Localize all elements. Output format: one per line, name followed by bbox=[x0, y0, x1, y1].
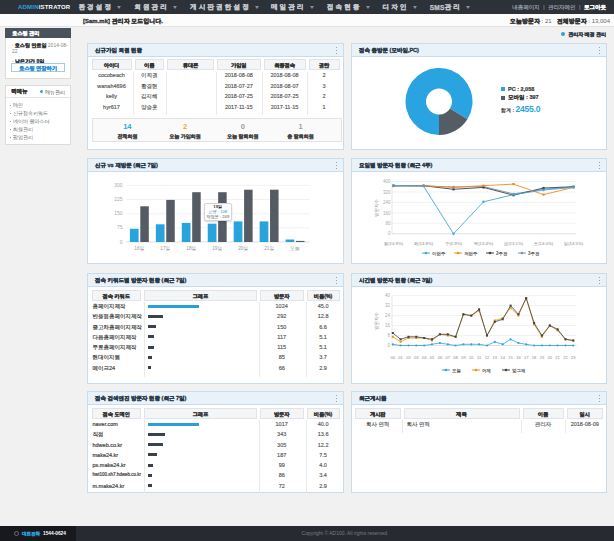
svg-text:17일: 17일 bbox=[160, 245, 170, 250]
svg-text:400: 400 bbox=[383, 179, 391, 184]
svg-text:240: 240 bbox=[383, 200, 391, 205]
svg-text:방문자수: 방문자수 bbox=[374, 198, 379, 217]
svg-text:어제: 어제 bbox=[482, 368, 491, 374]
svg-text:월(14.9%): 월(14.9%) bbox=[384, 240, 404, 245]
svg-text:일(14.5%): 일(14.5%) bbox=[564, 240, 584, 245]
svg-text:23: 23 bbox=[571, 355, 576, 360]
svg-text:금(13.1%): 금(13.1%) bbox=[504, 240, 524, 245]
svg-text:04: 04 bbox=[422, 355, 427, 360]
svg-text:07: 07 bbox=[446, 355, 451, 360]
svg-text:수(6.9%): 수(6.9%) bbox=[445, 240, 463, 245]
svg-text:저번주: 저번주 bbox=[464, 250, 478, 256]
svg-text:80: 80 bbox=[385, 220, 391, 225]
svg-text:목(13.4%): 목(13.4%) bbox=[474, 240, 494, 245]
svg-text:16: 16 bbox=[516, 355, 521, 360]
svg-text:18: 18 bbox=[532, 355, 537, 360]
svg-text:0: 0 bbox=[387, 343, 390, 348]
svg-text:09: 09 bbox=[461, 355, 466, 360]
svg-text:0: 0 bbox=[120, 238, 123, 244]
svg-text:150: 150 bbox=[114, 210, 123, 216]
svg-text:08: 08 bbox=[453, 355, 458, 360]
svg-text:16: 16 bbox=[385, 323, 391, 328]
svg-text:이번주: 이번주 bbox=[432, 250, 446, 256]
svg-text:21: 21 bbox=[555, 355, 560, 360]
svg-text:방문자수: 방문자수 bbox=[374, 312, 379, 331]
svg-text:03: 03 bbox=[414, 355, 419, 360]
svg-text:2주전: 2주전 bbox=[496, 250, 508, 256]
svg-text:75: 75 bbox=[117, 224, 123, 230]
svg-text:15: 15 bbox=[508, 355, 513, 360]
svg-text:0: 0 bbox=[388, 231, 391, 236]
svg-text:19: 19 bbox=[540, 355, 545, 360]
svg-text:14: 14 bbox=[500, 355, 505, 360]
svg-text:24: 24 bbox=[385, 313, 391, 318]
svg-text:19일: 19일 bbox=[212, 245, 222, 250]
svg-text:16일: 16일 bbox=[134, 245, 144, 250]
svg-text:18일: 18일 bbox=[186, 245, 196, 250]
svg-text:40: 40 bbox=[385, 293, 391, 298]
svg-text:22: 22 bbox=[563, 355, 568, 360]
svg-text:17: 17 bbox=[524, 355, 529, 360]
svg-text:05: 05 bbox=[430, 355, 435, 360]
svg-text:엊그제: 엊그제 bbox=[512, 368, 526, 374]
svg-text:00: 00 bbox=[391, 355, 396, 360]
svg-text:21일: 21일 bbox=[264, 245, 274, 250]
svg-text:화(14.8%): 화(14.8%) bbox=[414, 240, 434, 245]
svg-text:300: 300 bbox=[114, 182, 123, 188]
svg-text:오늘: 오늘 bbox=[290, 245, 300, 250]
svg-text:06: 06 bbox=[438, 355, 443, 360]
svg-text:11: 11 bbox=[477, 355, 482, 360]
svg-text:10: 10 bbox=[469, 355, 474, 360]
svg-text:12: 12 bbox=[485, 355, 490, 360]
svg-text:20: 20 bbox=[548, 355, 553, 360]
svg-text:32: 32 bbox=[385, 303, 391, 308]
svg-text:토(14.0%): 토(14.0%) bbox=[534, 240, 554, 245]
svg-text:320: 320 bbox=[383, 189, 391, 194]
svg-text:225: 225 bbox=[114, 196, 123, 202]
svg-text:3주전: 3주전 bbox=[528, 250, 540, 256]
svg-text:01: 01 bbox=[398, 355, 403, 360]
svg-text:오늘: 오늘 bbox=[452, 368, 462, 374]
svg-text:02: 02 bbox=[406, 355, 411, 360]
svg-text:8: 8 bbox=[387, 333, 390, 338]
svg-text:20일: 20일 bbox=[238, 245, 248, 250]
svg-text:13: 13 bbox=[493, 355, 498, 360]
svg-text:160: 160 bbox=[383, 210, 391, 215]
